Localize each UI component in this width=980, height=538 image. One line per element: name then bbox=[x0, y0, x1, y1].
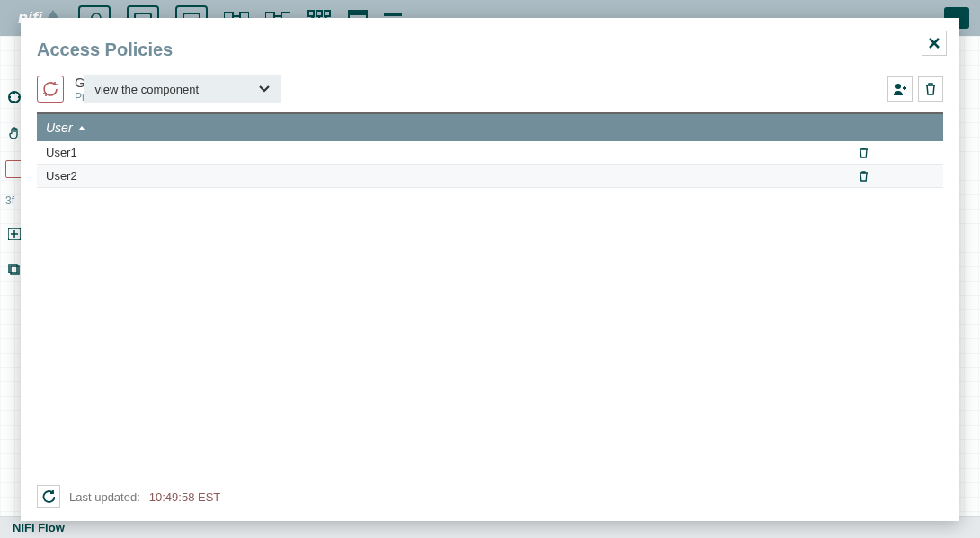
trash-icon bbox=[859, 148, 869, 158]
dialog-footer: Last updated: 10:49:58 EST bbox=[21, 476, 959, 521]
remove-user-button[interactable] bbox=[859, 148, 869, 158]
chevron-down-icon bbox=[258, 85, 271, 94]
table-header[interactable]: User bbox=[37, 114, 943, 141]
remove-user-button[interactable] bbox=[859, 171, 869, 182]
refresh-icon bbox=[42, 490, 55, 503]
table-row[interactable]: User1 bbox=[37, 141, 943, 165]
last-updated-time: 10:49:58 EST bbox=[149, 490, 221, 504]
access-policies-dialog: Access Policies GenerateFlowFile Process… bbox=[21, 18, 959, 521]
breadcrumb-root[interactable]: NiFi Flow bbox=[13, 521, 65, 534]
close-icon bbox=[929, 38, 940, 49]
svg-rect-16 bbox=[384, 13, 402, 16]
policy-users-table: User User1User2 bbox=[37, 112, 943, 188]
policy-action-buttons bbox=[887, 76, 943, 102]
trash-icon bbox=[859, 171, 869, 182]
last-updated-label: Last updated: bbox=[69, 490, 140, 504]
cell-actions bbox=[853, 171, 943, 182]
policy-type-select[interactable]: view the component bbox=[84, 75, 281, 103]
cell-actions bbox=[853, 148, 943, 158]
svg-rect-8 bbox=[308, 11, 314, 16]
dialog-title: Access Policies bbox=[37, 40, 943, 60]
cell-user: User1 bbox=[37, 146, 853, 159]
trash-icon bbox=[925, 83, 936, 95]
user-plus-icon bbox=[893, 83, 907, 95]
cell-user: User2 bbox=[37, 169, 853, 183]
svg-point-22 bbox=[895, 84, 901, 89]
col-user-header[interactable]: User bbox=[46, 121, 73, 135]
svg-rect-10 bbox=[325, 11, 330, 16]
svg-rect-9 bbox=[316, 11, 322, 16]
policy-subject-row: GenerateFlowFile Processor view the comp… bbox=[21, 69, 959, 112]
table-row[interactable]: User2 bbox=[37, 165, 943, 188]
refresh-button[interactable] bbox=[37, 485, 60, 508]
dialog-header: Access Policies bbox=[21, 18, 959, 69]
processor-icon bbox=[37, 76, 64, 103]
add-user-button[interactable] bbox=[887, 76, 913, 102]
policy-type-selected: view the component bbox=[94, 83, 199, 96]
delete-policy-button[interactable] bbox=[918, 76, 943, 102]
close-button[interactable] bbox=[922, 31, 947, 56]
sort-asc-icon bbox=[78, 126, 85, 130]
